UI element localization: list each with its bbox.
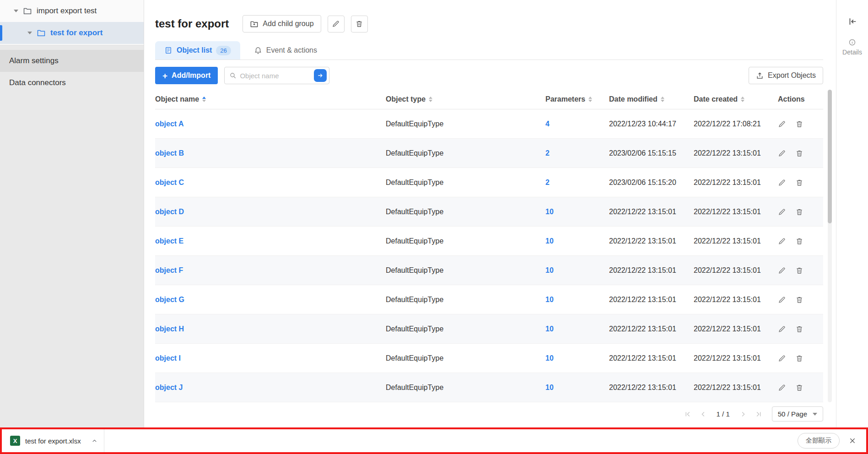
object-name-cell: object D (155, 208, 386, 216)
column-label: Object type (386, 95, 426, 103)
delete-icon[interactable] (795, 178, 803, 187)
parameters-link[interactable]: 10 (545, 325, 554, 333)
tab-event-actions[interactable]: Event & actions (245, 41, 326, 59)
tree-item-import-export-test[interactable]: import export test (0, 0, 144, 22)
row-actions (778, 325, 823, 333)
first-page-button[interactable] (681, 407, 695, 421)
parameters-link[interactable]: 10 (545, 237, 554, 245)
column-header-object-type[interactable]: Object type (386, 95, 545, 103)
date-created-cell: 2022/12/22 13:15:01 (694, 149, 778, 157)
chevron-up-icon[interactable] (92, 438, 97, 444)
edit-icon[interactable] (778, 120, 786, 128)
chevron-down-icon[interactable] (14, 10, 18, 12)
parameters-link[interactable]: 10 (545, 296, 554, 303)
object-name-link[interactable]: object I (155, 354, 181, 362)
delete-icon[interactable] (795, 384, 803, 392)
show-all-downloads-button[interactable]: 全部顯示 (798, 433, 840, 449)
date-modified-cell: 2022/12/22 13:15:01 (609, 266, 694, 275)
delete-icon[interactable] (795, 149, 803, 157)
edit-icon[interactable] (778, 325, 786, 333)
delete-icon[interactable] (795, 325, 803, 333)
object-name-link[interactable]: object J (155, 384, 183, 391)
page-size-select[interactable]: 50 / Page (772, 406, 823, 422)
delete-icon[interactable] (795, 237, 803, 245)
object-name-link[interactable]: object E (155, 237, 183, 245)
parameters-link[interactable]: 4 (545, 120, 550, 128)
object-name-link[interactable]: object F (155, 266, 183, 274)
delete-icon[interactable] (795, 354, 803, 362)
object-name-link[interactable]: object H (155, 325, 184, 333)
search-input[interactable] (240, 72, 311, 80)
edit-icon[interactable] (778, 208, 786, 216)
close-icon[interactable] (849, 437, 856, 444)
parameters-link[interactable]: 2 (545, 149, 550, 157)
sort-icon (202, 97, 206, 102)
edit-icon[interactable] (778, 384, 786, 392)
delete-group-button[interactable] (351, 16, 368, 32)
next-page-button[interactable] (736, 407, 750, 421)
parameters-link[interactable]: 10 (545, 354, 554, 362)
object-name-link[interactable]: object D (155, 208, 184, 216)
column-header-date-created[interactable]: Date created (694, 95, 778, 103)
last-page-button[interactable] (752, 407, 766, 421)
tab-object-list[interactable]: Object list 26 (155, 41, 240, 59)
chevron-down-icon[interactable] (27, 32, 32, 34)
edit-icon[interactable] (778, 266, 786, 275)
parameters-link[interactable]: 2 (545, 178, 550, 186)
edit-icon[interactable] (778, 178, 786, 187)
search-submit-button[interactable] (314, 69, 327, 82)
collapse-panel-icon[interactable] (847, 16, 857, 27)
table-row: object C DefaultEquipType 2 2023/02/06 1… (155, 168, 823, 197)
table-row: object A DefaultEquipType 4 2022/12/23 1… (155, 109, 823, 139)
object-name-link[interactable]: object B (155, 149, 184, 157)
delete-icon[interactable] (795, 120, 803, 128)
sort-icon (588, 97, 592, 102)
table-scrollbar-thumb[interactable] (828, 90, 832, 223)
sidebar-item-data-connectors[interactable]: Data connectors (0, 72, 144, 94)
details-tab[interactable]: Details (842, 38, 862, 56)
column-header-actions: Actions (778, 95, 823, 103)
export-objects-button[interactable]: Export Objects (749, 67, 823, 84)
export-icon (756, 72, 764, 80)
sidebar-item-label: Data connectors (9, 78, 66, 87)
edit-icon[interactable] (778, 237, 786, 245)
edit-group-button[interactable] (328, 16, 345, 32)
column-header-object-name[interactable]: Object name (155, 95, 386, 103)
object-type-cell: DefaultEquipType (386, 354, 545, 362)
table-row: object I DefaultEquipType 10 2022/12/22 … (155, 344, 823, 373)
download-item[interactable]: X test for export.xlsx (10, 436, 97, 446)
tree-item-test-for-export[interactable]: test for export (0, 22, 144, 44)
add-child-group-button[interactable]: Add child group (243, 15, 321, 32)
edit-icon[interactable] (778, 149, 786, 157)
delete-icon[interactable] (795, 266, 803, 275)
column-header-parameters[interactable]: Parameters (545, 95, 609, 103)
object-name-cell: object I (155, 354, 386, 362)
edit-icon[interactable] (778, 354, 786, 362)
parameters-link[interactable]: 10 (545, 266, 554, 274)
row-actions (778, 296, 823, 304)
row-actions (778, 354, 823, 362)
parameters-cell: 10 (545, 237, 609, 245)
object-name-link[interactable]: object A (155, 120, 184, 128)
date-modified-cell: 2022/12/22 13:15:01 (609, 296, 694, 304)
row-actions (778, 237, 823, 245)
column-header-date-modified[interactable]: Date modified (609, 95, 694, 103)
parameters-cell: 10 (545, 296, 609, 304)
object-name-link[interactable]: object G (155, 296, 184, 303)
sidebar-item-alarm-settings[interactable]: Alarm settings (0, 50, 144, 72)
pencil-icon (332, 20, 340, 28)
edit-icon[interactable] (778, 296, 786, 304)
parameters-link[interactable]: 10 (545, 384, 554, 391)
prev-page-button[interactable] (696, 407, 710, 421)
delete-icon[interactable] (795, 296, 803, 304)
add-import-button[interactable]: + Add/Import (155, 67, 218, 84)
parameters-link[interactable]: 10 (545, 208, 554, 216)
delete-icon[interactable] (795, 208, 803, 216)
object-name-cell: object J (155, 384, 386, 392)
details-label: Details (842, 49, 862, 56)
page-header: test for export Add child group (155, 14, 823, 34)
row-actions (778, 384, 823, 392)
object-name-link[interactable]: object C (155, 178, 184, 186)
export-objects-label: Export Objects (768, 71, 816, 80)
object-name-cell: object B (155, 149, 386, 157)
